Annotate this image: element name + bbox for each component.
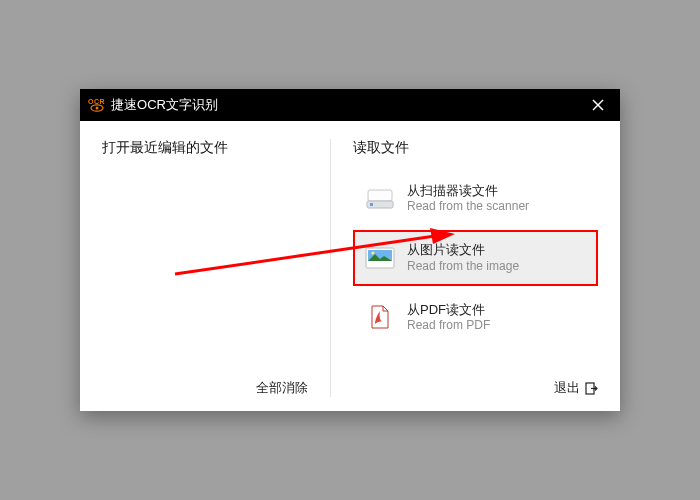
read-from-scanner-option[interactable]: 从扫描器读文件 Read from the scanner xyxy=(353,175,598,222)
option-subtitle: Read from the scanner xyxy=(407,199,529,214)
option-title: 从图片读文件 xyxy=(407,242,519,258)
clear-all-label: 全部消除 xyxy=(256,379,308,397)
pdf-icon xyxy=(365,304,395,330)
option-subtitle: Read from the image xyxy=(407,259,519,274)
svg-rect-6 xyxy=(370,203,373,206)
exit-button[interactable]: 退出 xyxy=(554,379,598,397)
svg-rect-4 xyxy=(368,190,392,201)
close-icon xyxy=(592,99,604,111)
close-button[interactable] xyxy=(576,89,620,121)
window-title: 捷速OCR文字识别 xyxy=(111,96,218,114)
ocr-start-dialog: OCR 捷速OCR文字识别 打开最近编辑的文件 全部消除 读取 xyxy=(80,89,620,411)
read-file-panel: 读取文件 从扫描器读文件 Read from the scanner xyxy=(331,121,620,411)
image-icon xyxy=(365,245,395,271)
svg-point-1 xyxy=(95,107,98,110)
dialog-content: 打开最近编辑的文件 全部消除 读取文件 从 xyxy=(80,121,620,411)
option-subtitle: Read from PDF xyxy=(407,318,490,333)
svg-point-10 xyxy=(371,251,374,254)
read-options-list: 从扫描器读文件 Read from the scanner xyxy=(353,175,598,341)
exit-label: 退出 xyxy=(554,379,580,397)
app-logo: OCR xyxy=(88,98,105,112)
read-file-heading: 读取文件 xyxy=(353,139,598,157)
option-title: 从PDF读文件 xyxy=(407,302,490,318)
exit-icon xyxy=(585,382,598,395)
recent-files-panel: 打开最近编辑的文件 全部消除 xyxy=(80,121,330,411)
read-from-pdf-option[interactable]: 从PDF读文件 Read from PDF xyxy=(353,294,598,341)
option-title: 从扫描器读文件 xyxy=(407,183,529,199)
clear-all-button[interactable]: 全部消除 xyxy=(256,379,308,397)
titlebar: OCR 捷速OCR文字识别 xyxy=(80,89,620,121)
recent-files-heading: 打开最近编辑的文件 xyxy=(102,139,308,157)
scanner-icon xyxy=(365,186,395,212)
read-from-image-option[interactable]: 从图片读文件 Read from the image xyxy=(353,230,598,285)
